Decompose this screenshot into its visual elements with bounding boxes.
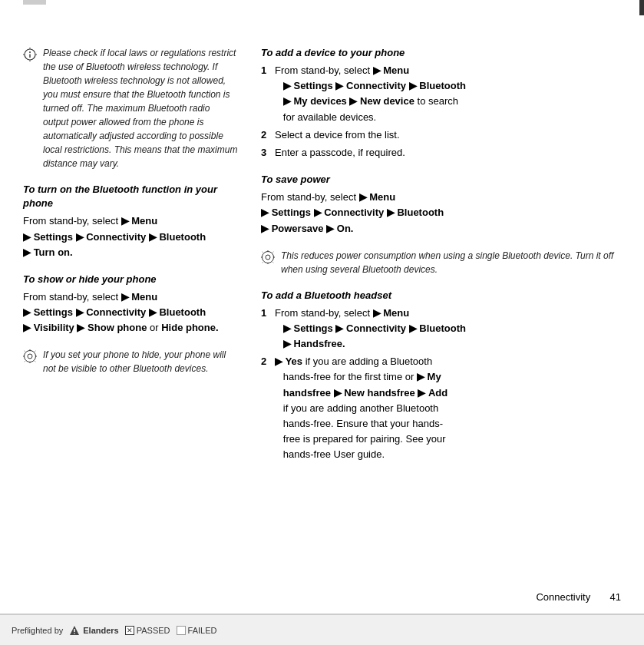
section-save-power: To save power From stand-by, select ▶ Me…	[261, 173, 621, 237]
section-show-hide-steps: From stand-by, select ▶ Menu ▶ Settings …	[23, 289, 238, 336]
svg-point-1	[29, 51, 31, 53]
brand-name: Elanders	[83, 626, 118, 635]
section-save-power-steps: From stand-by, select ▶ Menu ▶ Settings …	[261, 190, 621, 236]
bluetooth-headset-list: 1 From stand-by, select ▶ Menu ▶ Setting…	[261, 306, 621, 462]
section-show-hide-title: To show or hide your phone	[23, 273, 238, 286]
passed-checkbox: ✕	[125, 626, 134, 635]
svg-point-29	[74, 633, 75, 634]
list-item: 2 ▶ Yes if you are adding a Bluetooth ha…	[261, 354, 621, 462]
svg-point-7	[25, 351, 36, 362]
list-item: 1 From stand-by, select ▶ Menu ▶ Setting…	[261, 63, 621, 125]
tip-icon-3	[261, 250, 275, 276]
svg-line-23	[273, 251, 274, 252]
tip-block-1: Please check if local laws or regulation…	[23, 46, 238, 170]
right-column: To add a device to your phone 1 From sta…	[261, 46, 621, 568]
svg-line-24	[263, 262, 263, 263]
section-add-device: To add a device to your phone 1 From sta…	[261, 46, 621, 160]
section-bluetooth-on-title: To turn on the Bluetooth function in you…	[23, 183, 238, 210]
preflight-logo: Elanders	[69, 625, 118, 636]
section-show-hide: To show or hide your phone From stand-by…	[23, 273, 238, 336]
failed-badge: FAILED	[177, 626, 217, 635]
main-content: Please check if local laws or regulation…	[23, 46, 621, 568]
section-bluetooth-on: To turn on the Bluetooth function in you…	[23, 183, 238, 260]
tip-icon-1	[23, 48, 37, 170]
footer-connectivity-label: Connectivity	[536, 591, 590, 603]
svg-line-22	[263, 251, 263, 252]
failed-checkbox	[177, 626, 186, 635]
section-bluetooth-headset: To add a Bluetooth headset 1 From stand-…	[261, 289, 621, 463]
tip-block-2: If you set your phone to hide, your phon…	[23, 348, 238, 375]
page-container: Please check if local laws or regulation…	[0, 0, 644, 645]
top-left-decoration	[23, 0, 46, 5]
svg-point-26	[266, 255, 270, 260]
svg-point-17	[263, 251, 274, 263]
failed-label: FAILED	[188, 626, 217, 635]
tip-text-2: If you set your phone to hide, your phon…	[43, 348, 238, 375]
tip-text-3: This reduces power consumption when usin…	[281, 249, 621, 276]
page-number: 41	[610, 591, 621, 603]
passed-label: PASSED	[137, 626, 170, 635]
page-number-area: Connectivity 41	[536, 591, 621, 603]
preflight-bar: Preflighted by Elanders ✕ PASSED FAILED	[0, 614, 644, 645]
top-right-decoration	[639, 0, 644, 15]
section-bluetooth-on-steps: From stand-by, select ▶ Menu ▶ Settings …	[23, 213, 238, 260]
section-save-power-title: To save power	[261, 173, 621, 187]
svg-line-15	[35, 362, 36, 362]
tip-text-1: Please check if local laws or regulation…	[43, 46, 238, 170]
svg-line-14	[25, 362, 25, 362]
left-column: Please check if local laws or regulation…	[23, 46, 238, 568]
list-item: 2 Select a device from the list.	[261, 127, 621, 143]
preflight-label: Preflighted by	[12, 626, 63, 635]
tip-icon-2	[23, 349, 37, 375]
svg-line-12	[25, 351, 25, 352]
add-device-list: 1 From stand-by, select ▶ Menu ▶ Setting…	[261, 63, 621, 160]
svg-line-25	[273, 262, 274, 263]
tip-block-3: This reduces power consumption when usin…	[261, 249, 621, 276]
svg-point-16	[28, 354, 32, 359]
footer-area: Connectivity 41 Preflighted by Elanders …	[0, 576, 644, 645]
list-item: 1 From stand-by, select ▶ Menu ▶ Setting…	[261, 306, 621, 352]
passed-badge: ✕ PASSED	[125, 626, 170, 635]
list-item: 3 Enter a passcode, if required.	[261, 145, 621, 160]
section-add-device-title: To add a device to your phone	[261, 46, 621, 60]
section-bluetooth-headset-title: To add a Bluetooth headset	[261, 289, 621, 303]
svg-line-13	[35, 351, 36, 352]
